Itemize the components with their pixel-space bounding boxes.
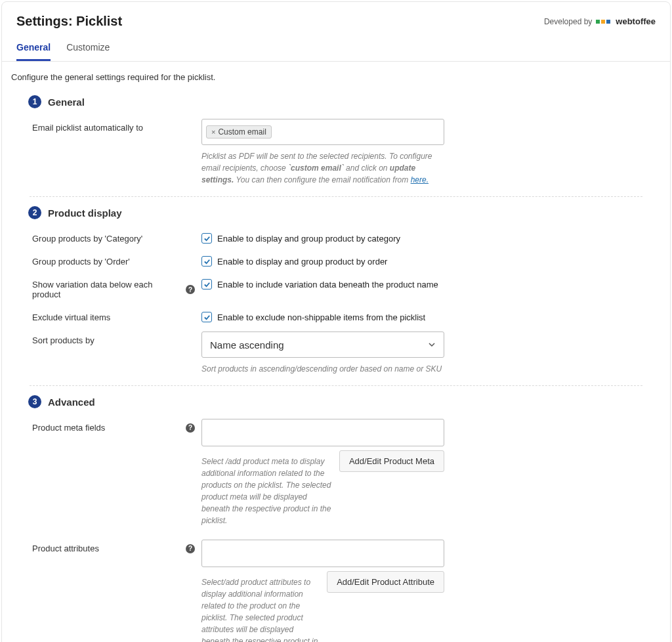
checkbox-exclude[interactable] [201, 312, 212, 322]
helper-attributes: Select/add product attributes to display… [201, 576, 319, 642]
ctrl-sort: Name ascending Sort products in ascendin… [201, 332, 444, 375]
section-general-title: General [48, 96, 85, 108]
ctrl-group-order: Enable to display and group product by o… [201, 253, 648, 267]
row-attributes: Product attributes ? Select/add product … [11, 540, 661, 642]
label-variation: Show variation data below each product ? [32, 276, 201, 299]
close-icon[interactable]: × [211, 128, 215, 136]
divider [30, 385, 642, 386]
section-general-head: 1 General [28, 95, 661, 108]
row-group-category: Group products by 'Category' Enable to d… [11, 230, 661, 244]
ctrl-email: × Custom email Picklist as PDF will be s… [201, 119, 444, 186]
add-edit-meta-button[interactable]: Add/Edit Product Meta [339, 450, 444, 472]
ctrl-group-category: Enable to display and group product by c… [201, 230, 648, 244]
checkbox-variation[interactable] [201, 279, 212, 289]
helper-sort: Sort products in ascending/descending or… [201, 363, 444, 375]
row-meta: Product meta fields ? Select /add produc… [11, 419, 661, 526]
tag-custom-email[interactable]: × Custom email [206, 125, 272, 139]
tab-general[interactable]: General [16, 38, 51, 61]
intro-text: Configure the general settings required … [11, 72, 661, 82]
row-exclude: Exclude virtual items Enable to exclude … [11, 309, 661, 322]
input-meta[interactable] [201, 419, 444, 446]
help-icon[interactable]: ? [186, 544, 195, 553]
ctrl-meta: Select /add product meta to display addi… [201, 419, 444, 526]
helper-email: Picklist as PDF will be sent to the sele… [201, 150, 444, 186]
chevron-down-icon [428, 339, 436, 351]
select-sort[interactable]: Name ascending [201, 332, 444, 358]
row-sort: Sort products by Name ascending Sort pro… [11, 332, 661, 375]
header: Settings: Picklist Developed by webtoffe… [2, 2, 670, 38]
section-badge-2: 2 [28, 206, 41, 219]
row-group-order: Group products by 'Order' Enable to disp… [11, 253, 661, 267]
label-group-order: Group products by 'Order' [32, 253, 201, 267]
desc-group-category: Enable to display and group product by c… [217, 234, 400, 244]
ctrl-variation: Enable to include variation data beneath… [201, 276, 648, 289]
ctrl-exclude: Enable to exclude non-shippable items fr… [201, 309, 648, 322]
label-exclude: Exclude virtual items [32, 309, 201, 322]
brand-name: webtoffee [616, 16, 656, 26]
label-attributes: Product attributes ? [32, 540, 201, 553]
label-sort: Sort products by [32, 332, 201, 345]
section-badge-1: 1 [28, 95, 41, 108]
content: Configure the general settings required … [2, 62, 670, 642]
row-email: Email picklist automatically to × Custom… [11, 119, 661, 186]
desc-exclude: Enable to exclude non-shippable items fr… [217, 312, 425, 322]
email-recipients-input[interactable]: × Custom email [201, 119, 444, 145]
desc-group-order: Enable to display and group product by o… [217, 257, 387, 267]
help-icon[interactable]: ? [186, 423, 195, 433]
help-icon[interactable]: ? [186, 285, 195, 294]
page-title: Settings: Picklist [16, 14, 122, 29]
helper-meta: Select /add product meta to display addi… [201, 456, 331, 526]
label-meta: Product meta fields ? [32, 419, 201, 433]
label-group-category: Group products by 'Category' [32, 230, 201, 244]
section-advanced-head: 3 Advanced [28, 395, 661, 408]
developed-by: Developed by webtoffee [544, 16, 656, 26]
divider [30, 196, 642, 197]
section-badge-3: 3 [28, 395, 41, 408]
checkbox-group-order[interactable] [201, 256, 212, 267]
section-advanced-title: Advanced [48, 396, 95, 408]
tab-customize[interactable]: Customize [66, 38, 110, 61]
tag-label: Custom email [218, 127, 266, 137]
settings-page: Settings: Picklist Developed by webtoffe… [1, 1, 671, 642]
section-product-display-title: Product display [48, 207, 122, 219]
section-product-display-head: 2 Product display [28, 206, 661, 219]
label-email: Email picklist automatically to [32, 119, 201, 133]
add-edit-attribute-button[interactable]: Add/Edit Product Attribute [327, 571, 444, 593]
ctrl-attributes: Select/add product attributes to display… [201, 540, 444, 642]
row-variation: Show variation data below each product ?… [11, 276, 661, 299]
tabs: General Customize [2, 38, 670, 62]
link-email-notification[interactable]: here. [411, 175, 429, 184]
brand-logo-icon [596, 20, 610, 24]
select-sort-value: Name ascending [210, 339, 284, 351]
desc-variation: Enable to include variation data beneath… [217, 280, 438, 289]
input-attributes[interactable] [201, 540, 444, 567]
developed-by-label: Developed by [544, 17, 592, 26]
checkbox-group-category[interactable] [201, 233, 212, 244]
